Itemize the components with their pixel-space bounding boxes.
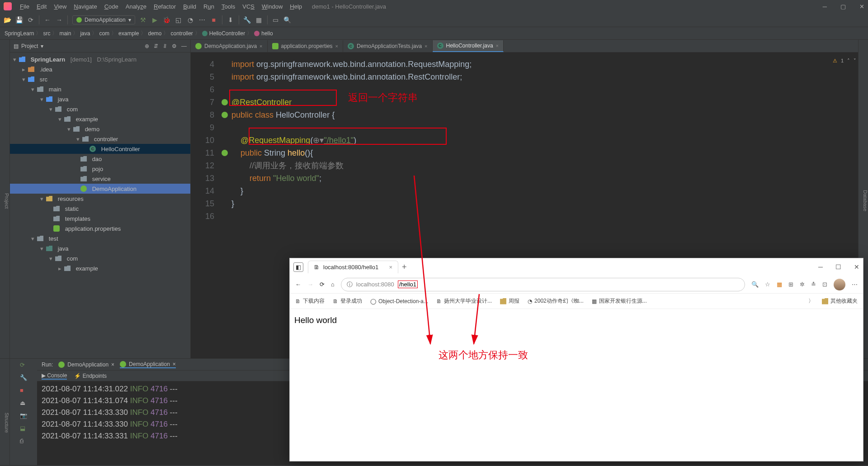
console-tab[interactable]: ▶ Console <box>42 372 67 380</box>
crumb-main[interactable]: main <box>59 30 71 37</box>
run-icon[interactable]: ▶ <box>151 16 159 24</box>
attach-icon[interactable]: ⋯ <box>198 16 206 24</box>
save-icon[interactable]: 💾 <box>15 16 23 24</box>
window-close-icon[interactable]: ✕ <box>859 3 864 10</box>
close-icon[interactable]: × <box>389 264 392 271</box>
crumb-controller[interactable]: controller <box>170 30 193 37</box>
info-icon[interactable]: ⓘ <box>347 281 353 289</box>
tab-props[interactable]: application.properties× <box>268 40 344 52</box>
stop-icon[interactable]: ■ <box>210 16 217 24</box>
run-tab-1[interactable]: DemoApplication × <box>58 361 114 368</box>
ext-icon[interactable]: ▦ <box>777 281 782 288</box>
close-icon[interactable]: × <box>335 43 338 49</box>
crumb-demo[interactable]: demo <box>148 30 161 37</box>
tab-demoapp[interactable]: DemoApplication.java× <box>191 40 268 52</box>
inspection-hint[interactable]: ⚠1 ˄ ˅ <box>833 54 856 67</box>
endpoints-tab[interactable]: ⚡ Endpoints <box>74 373 107 379</box>
run-gutter-icon[interactable] <box>222 99 228 105</box>
menu-edit[interactable]: Edit <box>34 2 49 11</box>
open-icon[interactable]: 📂 <box>4 16 11 24</box>
menu-refactor[interactable]: Refactor <box>151 2 179 11</box>
menu-tools[interactable]: Tools <box>219 2 238 11</box>
coverage-icon[interactable]: ◱ <box>175 16 182 24</box>
menu-code[interactable]: Code <box>102 2 121 11</box>
menu-help[interactable]: Help <box>287 2 305 11</box>
extensions-icon[interactable]: ✲ <box>800 281 805 288</box>
forward-icon[interactable]: → <box>56 16 63 24</box>
menu-view[interactable]: View <box>51 2 69 11</box>
window-max-icon[interactable]: ▢ <box>840 3 846 10</box>
menu-file[interactable]: File <box>17 2 32 11</box>
tree-demoapp[interactable]: DemoApplication <box>10 184 190 194</box>
settings-icon[interactable]: 🔧 <box>244 16 251 24</box>
exit-icon[interactable]: ⏏ <box>20 399 27 407</box>
new-tab-icon[interactable]: + <box>402 262 407 272</box>
window-min-icon[interactable]: ─ <box>823 3 827 10</box>
crumb-com[interactable]: com <box>99 30 109 37</box>
run-gutter-icon[interactable] <box>222 150 228 156</box>
close-icon[interactable]: × <box>259 43 262 49</box>
reload-icon[interactable]: ⟳ <box>320 281 325 288</box>
stop-icon[interactable]: ■ <box>20 387 27 394</box>
profile-icon[interactable]: ◔ <box>187 16 194 24</box>
url-input[interactable]: ⓘ localhost:8080/hello1 <box>341 278 745 291</box>
back-icon[interactable]: ← <box>295 281 301 288</box>
structure-tool-tab[interactable]: Structure <box>4 413 9 433</box>
fav-icon[interactable]: ≛ <box>811 281 816 288</box>
window-min-icon[interactable]: ─ <box>818 263 823 271</box>
gear-icon[interactable]: ⚙ <box>172 43 177 49</box>
chevron-up-icon[interactable]: ˄ <box>847 54 850 67</box>
bm-github[interactable]: ◯ Object-Detection-a... <box>370 298 428 304</box>
window-max-icon[interactable]: ☐ <box>835 263 841 271</box>
star-icon[interactable]: ☆ <box>765 281 770 288</box>
avd-icon[interactable]: ▭ <box>272 16 279 24</box>
locate-icon[interactable]: ⊕ <box>145 43 149 49</box>
bm-movie[interactable]: ◔ 2002动作奇幻《蜘... <box>528 297 584 305</box>
rerun-icon[interactable]: ⟳ <box>20 361 27 369</box>
database-tool-tab[interactable]: Database <box>863 190 868 211</box>
sync-icon[interactable]: ⟳ <box>27 16 34 24</box>
favorites-tool-tab[interactable]: Favorites <box>0 417 0 437</box>
menu-window[interactable]: Window <box>259 2 285 11</box>
search-icon[interactable]: 🔍 <box>284 16 291 24</box>
crumb-root[interactable]: SpringLearn <box>5 30 34 37</box>
print-icon[interactable]: ⎙ <box>20 437 27 445</box>
menu-run[interactable]: Run <box>201 2 217 11</box>
close-icon[interactable]: × <box>496 43 499 48</box>
crumb-src[interactable]: src <box>43 30 50 37</box>
forward-icon[interactable]: → <box>307 281 313 288</box>
crumb-class[interactable]: HelloController <box>202 30 245 37</box>
bm-download[interactable]: 🗎 下载内容 <box>295 297 325 305</box>
bm-thesis[interactable]: 🗎 扬州大学毕业设计... <box>436 297 492 305</box>
menu-navigate[interactable]: Navigate <box>71 2 99 11</box>
back-icon[interactable]: ← <box>44 16 51 24</box>
collections-icon[interactable]: ⊞ <box>788 281 793 288</box>
crumb-method[interactable]: hello <box>254 30 273 37</box>
run-tab-2[interactable]: DemoApplication × <box>120 361 176 368</box>
sidebar-toggle-icon[interactable]: ◧ <box>293 262 303 272</box>
project-tree[interactable]: ▾ SpringLearn [demo1] D:\SpringLearn ▸ .… <box>10 52 190 358</box>
crumb-java[interactable]: java <box>80 30 90 37</box>
collapse-icon[interactable]: ⥯ <box>163 43 167 49</box>
tree-hellocontroller[interactable]: C HelloController <box>10 144 190 154</box>
run-config-dropdown[interactable]: DemoApplication ▾ <box>72 15 135 24</box>
tab-helloctrl[interactable]: CHelloController.java× <box>433 40 504 52</box>
home-icon[interactable]: ⌂ <box>331 281 335 288</box>
camera-icon[interactable]: 📷 <box>20 412 27 419</box>
update-icon[interactable]: ⬇ <box>227 16 234 24</box>
layout-icon[interactable]: ⬓ <box>20 425 27 432</box>
bm-bank[interactable]: ▦ 国家开发银行生源... <box>592 297 647 305</box>
project-tool-tab[interactable]: Project <box>4 193 9 209</box>
project-header-label[interactable]: Project <box>21 43 38 49</box>
expand-icon[interactable]: ⇵ <box>154 43 158 49</box>
debug-icon[interactable]: 🐞 <box>163 16 170 24</box>
browser-tab[interactable]: 🗎 localhost:8080/hello1 × <box>308 261 398 273</box>
menu-build[interactable]: Build <box>180 2 199 11</box>
bm-weekly[interactable]: 周报 <box>500 297 519 305</box>
bm-other[interactable]: 其他收藏夹 <box>822 297 858 305</box>
tool-icon[interactable]: 🔧 <box>20 374 27 381</box>
dropdown-icon[interactable]: ▾ <box>41 43 43 49</box>
menu-analyze[interactable]: Analyze <box>123 2 149 11</box>
menu-vcs[interactable]: VCS <box>240 2 257 11</box>
close-icon[interactable]: × <box>425 43 427 49</box>
